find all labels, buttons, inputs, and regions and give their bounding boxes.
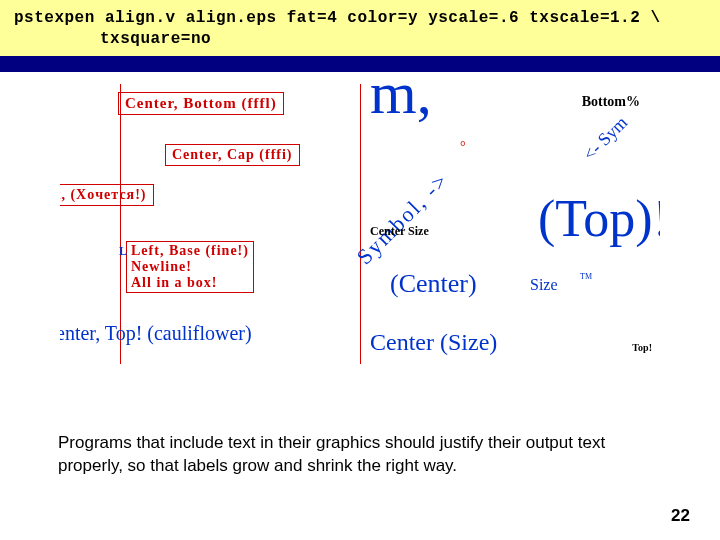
figure-diagram: m, Bottom% <- Sym Symbol, -> ° Center Si… bbox=[60, 84, 660, 364]
blue-arrow-sym: <- Sym bbox=[579, 112, 632, 165]
blue-m-comma: m, bbox=[370, 84, 432, 128]
command-line-2: txsquare=no bbox=[100, 30, 211, 48]
allbox-text: All in a box! bbox=[131, 275, 218, 290]
box-center-bottom: Center, Bottom (fffl) bbox=[118, 92, 284, 115]
blue-center-word: (Center) bbox=[390, 269, 477, 299]
blue-symbol-arrow: Symbol, -> bbox=[352, 167, 455, 270]
box-ht-xo: ht, (Xoчется!) bbox=[60, 184, 154, 206]
blue-top-excl: (Top)! bbox=[538, 189, 660, 248]
blue-size-word: Size bbox=[530, 276, 558, 294]
center-size-1: Center Size bbox=[370, 224, 429, 239]
blue-center-size3: Center (Size) bbox=[370, 329, 497, 356]
blue-tm: TM bbox=[580, 272, 592, 281]
command-line-1: pstexpen align.v align.eps fat=4 color=y… bbox=[14, 9, 661, 27]
caption-text: Programs that include text in their grap… bbox=[58, 432, 662, 478]
page-number: 22 bbox=[671, 506, 690, 526]
command-block: pstexpen align.v align.eps fat=4 color=y… bbox=[0, 0, 720, 72]
box-center-cap: Center, Cap (fffi) bbox=[165, 144, 300, 166]
left-base-text: Left, Base (fine!) bbox=[131, 243, 249, 258]
top-small: Top! bbox=[632, 342, 652, 353]
box-left-base-group: L Left, Base (fine!) Newline! All in a b… bbox=[120, 239, 260, 295]
degree-mark: ° bbox=[460, 139, 466, 155]
newline-text: Newline! bbox=[131, 259, 192, 274]
blue-bottom-pct: Bottom% bbox=[582, 94, 640, 110]
blue-cauliflower: enter, Top! (cauliflower) bbox=[60, 322, 252, 345]
red-vertical-center bbox=[360, 84, 361, 364]
